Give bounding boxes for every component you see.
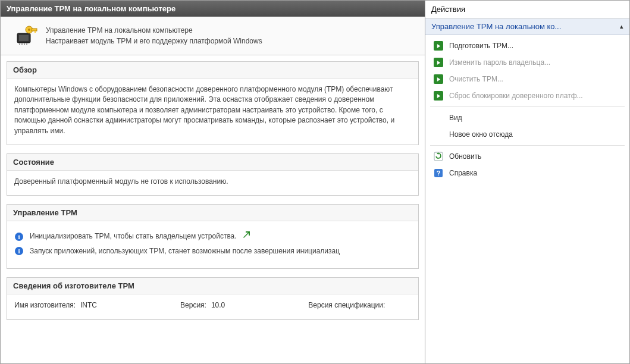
svg-rect-8 — [32, 29, 37, 31]
action-refresh-label: Обновить — [449, 152, 481, 161]
action-refresh[interactable]: Обновить — [425, 148, 629, 165]
arrow-right-icon — [434, 58, 443, 67]
manufacturer-version-label: Версия: — [180, 300, 206, 310]
overview-title: Обзор — [7, 62, 418, 79]
window-title: Управление TPM на локальном компьютере — [7, 4, 175, 13]
status-group: Состояние Доверенный платформенный модул… — [7, 153, 419, 196]
action-prepare-label: Подготовить TPM... — [449, 42, 513, 50]
help-icon: ? — [434, 168, 443, 178]
svg-text:?: ? — [437, 170, 441, 177]
manufacturer-title: Сведения об изготовителе TPM — [7, 278, 418, 294]
action-clear-label: Очистить TPM... — [449, 75, 503, 83]
action-view[interactable]: Вид — [425, 109, 629, 126]
refresh-icon — [434, 152, 443, 161]
main-panel: Управление TPM на локальном компьютере — [0, 0, 425, 364]
action-clear-tpm[interactable]: Очистить TPM... — [425, 71, 629, 87]
window-title-bar: Управление TPM на локальном компьютере — [1, 1, 425, 17]
status-title: Состояние — [7, 154, 418, 171]
header-line2: Настраивает модуль TPM и его поддержку п… — [46, 36, 262, 46]
management-line2-text: Запуск приложений, использующих TPM, ста… — [30, 246, 340, 256]
arrow-right-icon — [434, 74, 443, 84]
overview-group: Обзор Компьютеры Windows с оборудованием… — [7, 61, 419, 145]
arrow-right-icon — [434, 41, 443, 51]
actions-subheader-text: Управление TPM на локальном ко... — [431, 22, 561, 31]
svg-rect-9 — [35, 31, 36, 33]
action-list: Подготовить TPM... Изменить пароль владе… — [425, 35, 629, 184]
action-new-window[interactable]: Новое окно отсюда — [425, 126, 629, 143]
action-help-label: Справка — [449, 169, 477, 177]
action-reset-lockout-label: Сброс блокировки доверенного платф... — [449, 92, 583, 100]
management-line1-text: Инициализировать TPM, чтобы стать владел… — [30, 231, 237, 241]
header-line1: Управление TPM на локальном компьютере — [46, 25, 262, 36]
action-help[interactable]: ? Справка — [425, 165, 629, 181]
manufacturer-group: Сведения об изготовителе TPM Имя изготов… — [7, 277, 419, 319]
info-icon: i — [14, 232, 24, 241]
collapse-icon[interactable]: ▴ — [620, 23, 623, 30]
info-icon: i — [14, 246, 24, 256]
action-prepare-tpm[interactable]: Подготовить TPM... — [425, 37, 629, 54]
actions-subheader[interactable]: Управление TPM на локальном ко... ▴ — [425, 18, 629, 35]
overview-text: Компьютеры Windows с оборудованием безоп… — [7, 79, 418, 145]
svg-text:i: i — [18, 233, 20, 240]
action-view-label: Вид — [449, 114, 462, 122]
action-new-window-label: Новое окно отсюда — [449, 130, 513, 139]
action-reset-lockout[interactable]: Сброс блокировки доверенного платф... — [425, 87, 629, 104]
content-area: Обзор Компьютеры Windows с оборудованием… — [1, 55, 425, 363]
management-group: Управление TPM i Инициализировать TPM, ч… — [7, 204, 419, 269]
manufacturer-name-value: INTC — [80, 300, 97, 310]
status-text: Доверенный платформенный модуль не готов… — [7, 171, 418, 195]
header-block: Управление TPM на локальном компьютере Н… — [1, 17, 425, 55]
divider — [430, 106, 625, 107]
action-change-password[interactable]: Изменить пароль владельца... — [425, 54, 629, 71]
actions-title: Действия — [425, 1, 629, 18]
tpm-chip-key-icon — [14, 25, 37, 46]
action-change-password-label: Изменить пароль владельца... — [449, 58, 550, 67]
svg-text:i: i — [18, 247, 20, 255]
manufacturer-version-value: 10.0 — [211, 300, 225, 310]
actions-panel: Действия Управление TPM на локальном ко.… — [425, 0, 630, 364]
svg-rect-1 — [19, 35, 29, 41]
svg-point-7 — [28, 29, 30, 31]
external-link-icon[interactable] — [243, 231, 251, 242]
divider — [430, 145, 625, 146]
management-line1: i Инициализировать TPM, чтобы стать влад… — [14, 231, 411, 242]
manufacturer-name-label: Имя изготовителя: — [14, 300, 76, 310]
manufacturer-spec-label: Версия спецификации: — [308, 300, 385, 310]
arrow-right-icon — [434, 91, 443, 101]
management-title: Управление TPM — [7, 205, 418, 221]
management-line2: i Запуск приложений, использующих TPM, с… — [14, 246, 411, 256]
